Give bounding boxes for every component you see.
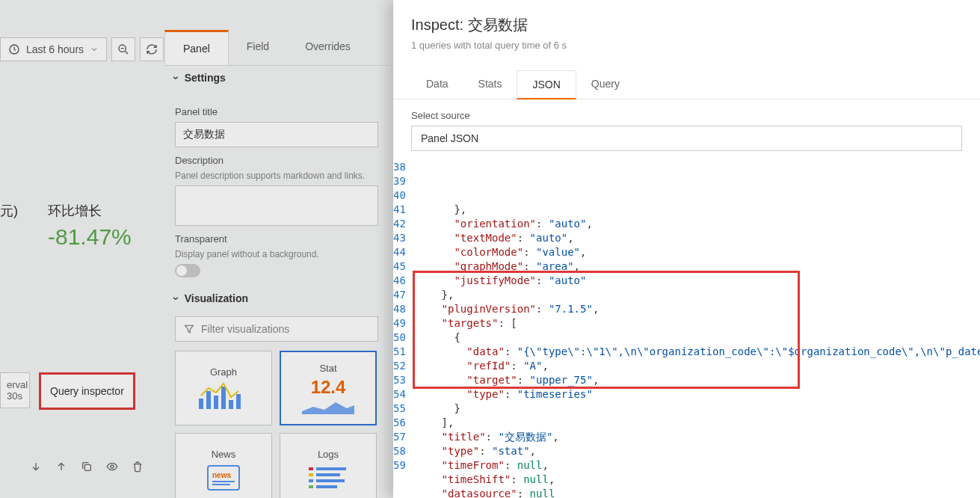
svg-rect-21 xyxy=(316,485,337,488)
copy-icon[interactable] xyxy=(81,461,93,473)
trash-icon[interactable] xyxy=(132,461,144,473)
svg-point-3 xyxy=(111,465,114,468)
eye-icon[interactable] xyxy=(106,461,118,473)
svg-rect-20 xyxy=(309,485,313,488)
svg-rect-9 xyxy=(236,394,241,409)
section-visualization-header[interactable]: › Visualization xyxy=(164,286,389,310)
drawer-tab-data[interactable]: Data xyxy=(411,70,463,99)
svg-rect-4 xyxy=(199,399,203,409)
tab-field[interactable]: Field xyxy=(229,30,287,65)
tab-overrides[interactable]: Overrides xyxy=(287,30,369,65)
zoom-out-button[interactable] xyxy=(111,37,135,61)
svg-rect-14 xyxy=(309,467,313,470)
chevron-down-icon xyxy=(90,45,99,54)
svg-text:news: news xyxy=(212,471,231,479)
zoom-out-icon xyxy=(117,43,129,55)
viz-card-news[interactable]: News news xyxy=(175,433,272,498)
stat-value-right: -81.47% xyxy=(48,224,132,250)
graph-icon xyxy=(197,381,250,411)
svg-rect-5 xyxy=(206,391,211,409)
transparent-toggle[interactable] xyxy=(175,264,200,277)
transparent-sub: Display panel without a background. xyxy=(175,249,378,259)
news-icon: news xyxy=(205,463,242,493)
svg-rect-15 xyxy=(316,467,346,470)
chevron-down-icon: › xyxy=(170,76,182,80)
svg-rect-18 xyxy=(309,479,313,482)
svg-rect-7 xyxy=(221,387,226,409)
transparent-label: Transparent xyxy=(175,233,378,245)
viz-filter-input[interactable]: Filter visualizations xyxy=(175,316,378,342)
clock-icon xyxy=(8,43,20,55)
arrow-up-icon[interactable] xyxy=(55,461,67,473)
json-highlight-box xyxy=(413,271,800,389)
drawer-subtitle: 1 queries with total query time of 6 s xyxy=(411,40,962,51)
stat-label-right: 环比增长 xyxy=(48,202,132,220)
svg-rect-17 xyxy=(316,473,340,476)
panel-title-label: Panel title xyxy=(175,106,378,117)
filter-icon xyxy=(183,323,195,335)
select-source-label: Select source xyxy=(393,99,980,126)
description-label: Description xyxy=(175,155,378,166)
svg-rect-16 xyxy=(309,473,313,476)
refresh-button[interactable] xyxy=(140,37,164,61)
drawer-title: Inspect: 交易数据 xyxy=(411,15,962,35)
description-sub: Panel description supports markdown and … xyxy=(175,170,378,181)
svg-rect-2 xyxy=(84,464,90,470)
viz-card-logs[interactable]: Logs xyxy=(280,433,377,498)
sparkline-icon xyxy=(302,401,354,414)
panel-title-input[interactable] xyxy=(175,122,378,147)
json-code-area[interactable]: 3839404142434445464748495051525354555657… xyxy=(393,160,980,498)
refresh-icon xyxy=(146,43,158,55)
logs-icon xyxy=(306,463,351,493)
svg-rect-13 xyxy=(212,484,230,485)
viz-card-graph[interactable]: Graph xyxy=(175,351,272,425)
svg-rect-6 xyxy=(214,396,218,409)
stat-preview-value: 12.4 xyxy=(311,377,346,398)
query-inspector-button[interactable]: Query inspector xyxy=(39,372,135,410)
svg-rect-8 xyxy=(229,400,233,409)
section-settings-header[interactable]: › Settings xyxy=(164,66,389,90)
drawer-tab-json[interactable]: JSON xyxy=(517,70,576,99)
time-range-picker[interactable]: Last 6 hours xyxy=(0,37,107,61)
stat-label-left: 元) xyxy=(0,202,18,220)
interval-picker[interactable]: erval 30s xyxy=(0,372,30,408)
chevron-down-icon: › xyxy=(170,297,182,301)
arrow-down-icon[interactable] xyxy=(30,461,42,473)
drawer-tab-query[interactable]: Query xyxy=(576,70,635,99)
tab-panel[interactable]: Panel xyxy=(164,30,229,65)
time-range-label: Last 6 hours xyxy=(26,43,84,55)
svg-rect-19 xyxy=(316,479,345,482)
description-input[interactable] xyxy=(175,185,378,226)
query-row-actions xyxy=(30,461,144,473)
select-source-dropdown[interactable]: Panel JSON xyxy=(411,126,962,151)
drawer-tab-stats[interactable]: Stats xyxy=(463,70,517,99)
viz-card-stat[interactable]: Stat 12.4 xyxy=(280,351,377,425)
inspect-drawer: Inspect: 交易数据 1 queries with total query… xyxy=(393,0,980,498)
svg-rect-12 xyxy=(212,481,235,482)
